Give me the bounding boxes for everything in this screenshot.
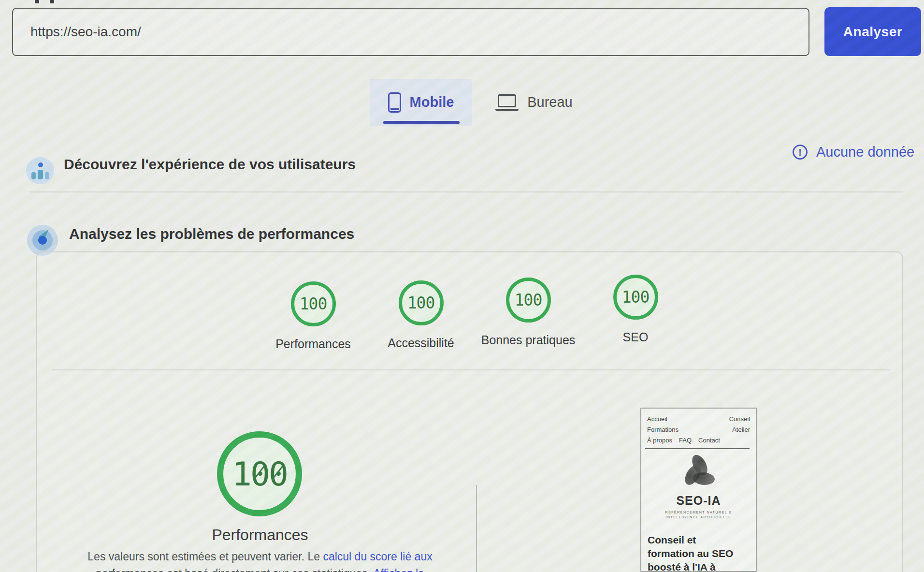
preview-headline: Conseil et formation au SEO boosté à l'I… — [648, 533, 733, 572]
tab-mobile[interactable]: Mobile — [370, 79, 472, 126]
field-section-title: Découvrez l'expérience de vos utilisateu… — [64, 156, 356, 173]
performance-big-gauge: 100 — [217, 431, 302, 516]
disclaimer-text: Les valeurs sont estimées et peuvent var… — [87, 550, 323, 563]
show-calculator-link[interactable]: Affichez la — [373, 567, 424, 572]
performance-score-value: 100 — [232, 455, 287, 493]
tab-desktop[interactable]: Bureau — [483, 79, 585, 126]
score-accessibilite[interactable]: 100 Accessibilité — [368, 280, 474, 350]
preview-nav-item: À propos — [647, 437, 672, 444]
clipped-text-top — [35, 0, 39, 3]
score-label: Accessibilité — [388, 336, 454, 350]
preview-brand-tagline: RÉFÉRENCEMENT NATUREL & INTELLIGENCE ART… — [641, 510, 756, 520]
users-icon — [26, 157, 54, 184]
mobile-phone-icon — [388, 92, 401, 113]
preview-nav-divider — [645, 448, 750, 449]
score-value: 100 — [622, 288, 650, 307]
section-divider — [29, 191, 903, 192]
score-calc-link[interactable]: calcul du score lié aux — [323, 550, 432, 563]
tab-mobile-label: Mobile — [410, 94, 454, 110]
preview-nav: Accueil Conseil Formations Atelier À pro… — [647, 415, 750, 444]
score-seo[interactable]: 100 SEO — [582, 275, 689, 344]
score-gauge: 100 — [613, 275, 658, 320]
score-value: 100 — [515, 291, 542, 309]
preview-nav-item: FAQ — [679, 437, 692, 444]
score-performances[interactable]: 100 Performances — [260, 281, 366, 351]
no-data-status: ! Aucune donnée — [793, 144, 914, 160]
preview-nav-item: Accueil — [647, 415, 667, 423]
preview-nav-item: Conseil — [729, 415, 750, 423]
score-gauge: 100 — [506, 278, 551, 323]
clipped-text-top — [50, 0, 54, 3]
score-label: Bonnes pratiques — [481, 333, 576, 347]
pagespeed-insights-page: { "url_bar": { "value": "https://seo-ia.… — [0, 0, 924, 572]
score-value: 100 — [407, 293, 435, 312]
report-inner-divider — [52, 369, 890, 370]
no-data-label: Aucune donnée — [816, 144, 914, 160]
lab-section-title: Analysez les problèmes de performances — [69, 226, 354, 242]
site-screenshot-thumbnail[interactable]: Accueil Conseil Formations Atelier À pro… — [640, 408, 757, 572]
score-value: 100 — [300, 294, 327, 313]
preview-nav-item: Formations — [647, 426, 679, 433]
tab-desktop-label: Bureau — [527, 94, 573, 110]
report-panel: 100 Performances 100 Accessibilité 100 B… — [36, 251, 903, 572]
preview-nav-item: Atelier — [732, 426, 750, 433]
column-divider — [476, 485, 477, 572]
disclaimer-text: performances est basé directement sur ce… — [96, 567, 373, 572]
score-label: Performances — [275, 337, 351, 351]
preview-brand-name: SEO-IA — [641, 494, 756, 508]
info-icon: ! — [793, 145, 808, 160]
score-gauge: 100 — [291, 281, 336, 326]
score-label: SEO — [623, 330, 649, 344]
score-bonnes-pratiques[interactable]: 100 Bonnes pratiques — [475, 278, 581, 347]
analyze-button[interactable]: Analyser — [824, 7, 921, 56]
performance-panel-title: Performances — [36, 526, 484, 544]
score-gauge: 100 — [399, 280, 444, 325]
seo-ia-logo — [681, 456, 718, 491]
score-disclaimer-line2: performances est basé directement sur ce… — [36, 567, 484, 572]
score-disclaimer-line1: Les valeurs sont estimées et peuvent var… — [36, 550, 484, 563]
desktop-laptop-icon — [495, 94, 519, 111]
preview-nav-item: Contact — [698, 437, 720, 444]
url-input[interactable] — [12, 8, 809, 56]
